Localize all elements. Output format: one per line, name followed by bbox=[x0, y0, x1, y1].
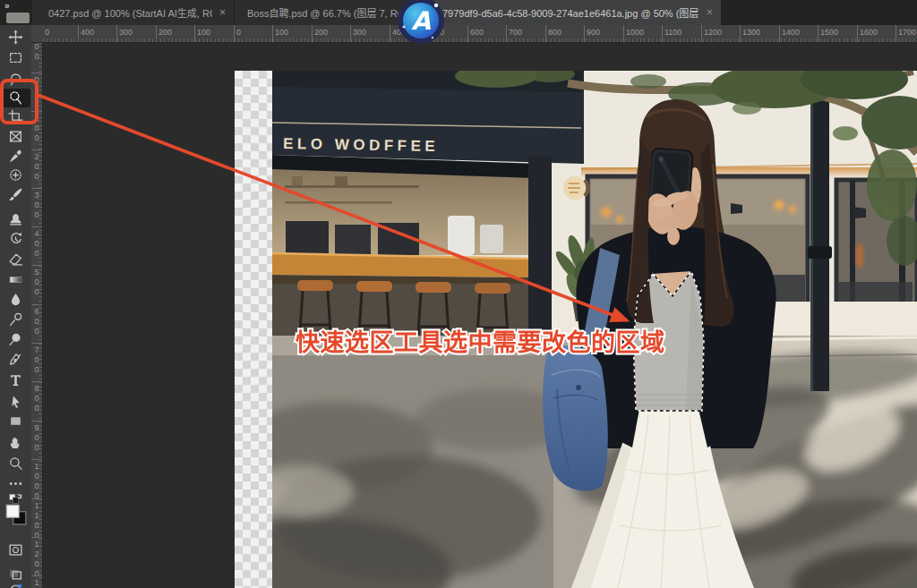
toolbar-header-pill bbox=[6, 13, 30, 23]
history-brush-tool[interactable] bbox=[0, 230, 31, 249]
gradient-tool[interactable] bbox=[0, 270, 31, 289]
ruler-label: 300 bbox=[32, 191, 41, 220]
ruler-label: 1500 bbox=[820, 28, 838, 37]
ruler-label: 900 bbox=[587, 28, 600, 37]
toning-tool[interactable] bbox=[0, 310, 31, 328]
blur-tool[interactable] bbox=[0, 290, 31, 309]
ruler-label: 600 bbox=[32, 307, 41, 337]
path-selection-tool[interactable] bbox=[0, 393, 31, 412]
hand-tool[interactable] bbox=[0, 433, 31, 452]
ruler-label: 500 bbox=[32, 268, 41, 297]
screen-mode-button[interactable] bbox=[0, 564, 31, 583]
coffee-shop-storefront: ELO WODFFEE bbox=[272, 71, 584, 359]
logo-letter: A bbox=[411, 6, 431, 36]
ruler-label: 1300 bbox=[742, 28, 760, 37]
close-tab-icon[interactable]: × bbox=[707, 7, 713, 18]
collapse-panels-icon[interactable]: » bbox=[4, 1, 9, 11]
wall-lamp-icon bbox=[853, 207, 866, 218]
rect-marquee-tool[interactable] bbox=[0, 48, 31, 67]
document-tabs: 0427.psd @ 100% (StartAI AI生成, RGB/8#) *… bbox=[32, 0, 722, 25]
ruler-label: 100 bbox=[32, 114, 41, 143]
photoshop-window: » 0427.psd @ 100% (StartAI AI生成, RGB/8#)… bbox=[0, 0, 917, 588]
ruler-label: 0 bbox=[45, 28, 49, 37]
watermark-logo: A bbox=[397, 0, 445, 45]
frame-tool[interactable] bbox=[0, 127, 31, 146]
ruler-label: 800 bbox=[548, 28, 561, 37]
ruler-label: 1000 bbox=[626, 28, 644, 37]
ruler-label: 1200 bbox=[704, 28, 722, 37]
ruler-label: 0 bbox=[236, 28, 241, 37]
healing-patch-tool[interactable] bbox=[0, 166, 31, 184]
tab-title: 0427.psd @ 100% (StartAI AI生成, RGB/8#) * bbox=[32, 5, 212, 20]
color-swatches[interactable] bbox=[0, 501, 31, 528]
ruler-label: 700 bbox=[32, 345, 41, 375]
ruler-label: 1100 bbox=[664, 28, 681, 37]
crop-tool[interactable] bbox=[0, 107, 31, 126]
ruler-label: 600 bbox=[470, 28, 484, 37]
ruler-label: 200 bbox=[314, 28, 328, 37]
ruler-label: 1300 bbox=[32, 578, 41, 588]
photo-canvas[interactable]: ELO WODFFEE bbox=[272, 71, 917, 588]
ruler-label: 700 bbox=[509, 28, 522, 37]
eyedropper-tool[interactable] bbox=[0, 147, 31, 166]
ruler-label: 200 bbox=[32, 152, 41, 182]
document-canvas[interactable]: ELO WODFFEE bbox=[235, 71, 917, 588]
type-tool[interactable] bbox=[0, 371, 31, 389]
document-tab-3[interactable]: 7979df9-d5a6-4c58-9009-274ae1e6461a.jpg … bbox=[421, 0, 722, 25]
ruler-label: 800 bbox=[32, 384, 41, 413]
clone-stamp-tool[interactable] bbox=[0, 209, 31, 228]
ruler-label: 200 bbox=[159, 28, 172, 37]
ruler-label: 400 bbox=[32, 229, 41, 259]
horizontal-ruler[interactable]: 0400300200100010020030040050060070080090… bbox=[43, 25, 917, 43]
quick-mask-button[interactable] bbox=[0, 541, 31, 559]
street-pole bbox=[808, 71, 832, 391]
pen-tool[interactable] bbox=[0, 350, 31, 369]
document-tab-1[interactable]: 0427.psd @ 100% (StartAI AI生成, RGB/8#) *… bbox=[32, 0, 235, 25]
shape-tool[interactable] bbox=[0, 412, 31, 430]
plugin-icon[interactable] bbox=[0, 581, 31, 588]
tab-title: 7979df9-d5a6-4c58-9009-274ae1e6461a.jpg … bbox=[421, 5, 699, 20]
ruler-label: 100 bbox=[275, 28, 288, 37]
tab-title: Boss自聘.psd @ 66.7% (图层 7, RGB/8#) bbox=[235, 5, 399, 20]
move-tool[interactable] bbox=[0, 28, 31, 47]
eraser-tool[interactable] bbox=[0, 250, 31, 268]
ruler-label: 300 bbox=[119, 28, 133, 37]
ruler-label: 100 bbox=[32, 43, 41, 62]
quick-selection-tool[interactable] bbox=[1, 89, 30, 107]
shop-sign-text: ELO WODFFEE bbox=[283, 135, 439, 155]
ruler-label: 300 bbox=[353, 28, 366, 37]
ruler-label: 400 bbox=[81, 28, 94, 37]
vertical-ruler[interactable]: 1000100200300400500600700800900100011001… bbox=[31, 43, 43, 588]
lasso-tool[interactable] bbox=[0, 69, 31, 88]
ruler-label: 1200 bbox=[32, 540, 41, 579]
ruler-label: 1100 bbox=[32, 501, 41, 541]
close-tab-icon[interactable]: × bbox=[219, 7, 226, 18]
ruler-label: 1700 bbox=[898, 28, 916, 37]
ruler-label: 1400 bbox=[782, 28, 800, 37]
ruler-corner bbox=[31, 25, 43, 43]
tools-panel bbox=[0, 25, 31, 588]
zoom-tool[interactable] bbox=[0, 454, 31, 473]
ruler-label: 100 bbox=[197, 28, 210, 37]
ruler-label: 1600 bbox=[860, 28, 878, 37]
ruler-label: 900 bbox=[32, 423, 41, 453]
brush-tool[interactable] bbox=[0, 185, 31, 204]
ruler-label: 0 bbox=[32, 75, 41, 85]
wall-lamp-icon bbox=[731, 203, 742, 214]
dodge-tool[interactable] bbox=[0, 330, 31, 349]
document-tab-2[interactable]: Boss自聘.psd @ 66.7% (图层 7, RGB/8#)× bbox=[235, 0, 421, 25]
tab-bar: » 0427.psd @ 100% (StartAI AI生成, RGB/8#)… bbox=[0, 0, 917, 25]
ruler-label: 1000 bbox=[32, 462, 41, 501]
